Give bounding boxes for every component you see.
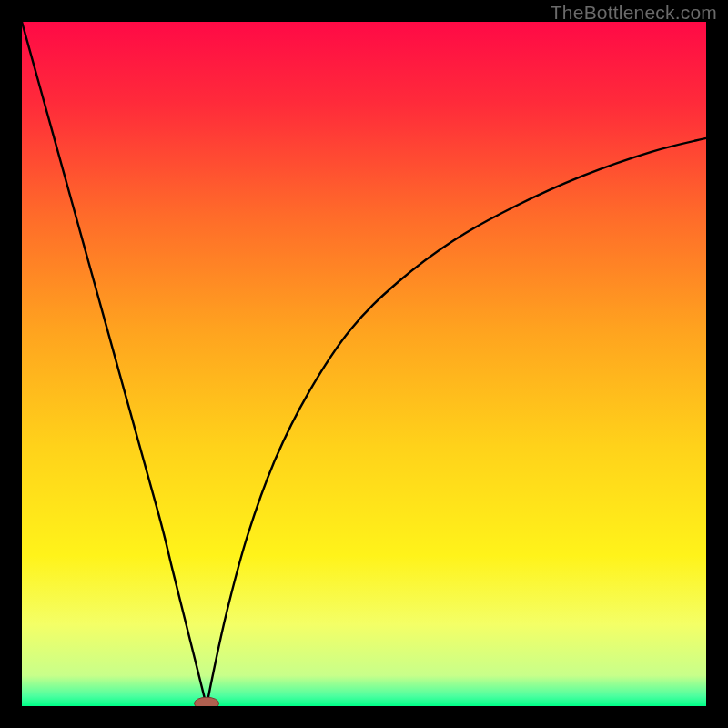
chart-frame: TheBottleneck.com (0, 0, 728, 728)
chart-svg (22, 22, 706, 706)
gradient-background (22, 22, 706, 706)
plot-area (22, 22, 706, 706)
bottleneck-marker (195, 697, 219, 706)
watermark-text: TheBottleneck.com (551, 2, 717, 24)
